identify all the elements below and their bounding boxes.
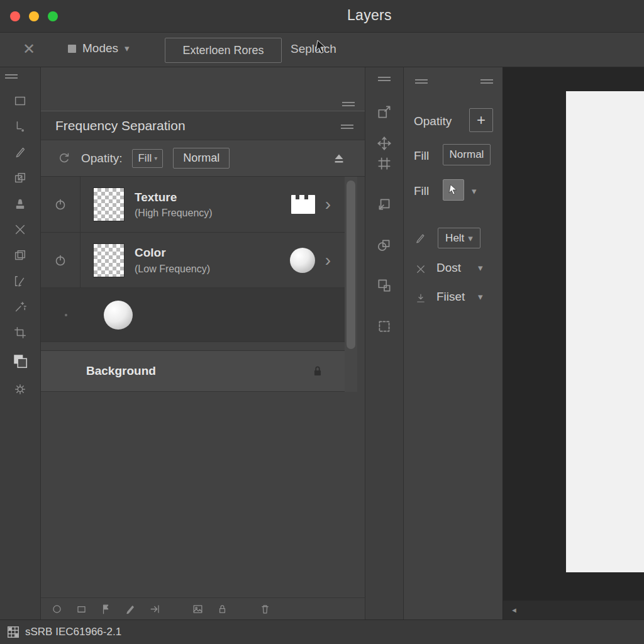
layer-row-background[interactable]: Background [41,351,345,392]
canvas-area[interactable]: ◄ [503,67,644,619]
crop-tool[interactable] [12,326,28,340]
panel-drag-handle-icon[interactable] [5,72,18,80]
blend-overlap-icon[interactable] [376,237,392,256]
settings-icon[interactable] [12,382,28,396]
zoom-window-button[interactable] [48,11,58,21]
opacity-label: Opatity [414,114,452,128]
search-text[interactable]: Sepluich [291,42,336,56]
modes-swatch-icon [68,45,76,53]
blend-mode-dropdown[interactable]: Normal [173,148,230,169]
layer-name: Color [135,244,210,262]
vertical-scrollbar-thumb[interactable] [347,180,355,349]
chevron-down-icon: ▾ [154,155,157,162]
export-arrow-icon[interactable] [148,603,162,615]
layer-visibility-toggle[interactable] [41,177,80,232]
document-page[interactable] [566,91,644,572]
path-edit-tool[interactable] [12,274,28,288]
fill-dropdown[interactable]: Fill ▾ [132,149,163,168]
lock-icon[interactable] [311,364,325,378]
delete-option-label[interactable]: Dost [436,261,461,275]
chevron-down-icon[interactable]: ▾ [478,262,483,274]
power-icon [53,197,68,212]
wand-tool[interactable] [12,300,28,314]
ellipse-icon[interactable] [50,603,64,615]
grid-icon [6,625,20,639]
layer-row-texture[interactable]: Texture (High Frequency) › [41,177,345,233]
close-icon[interactable]: ✕ [23,40,35,58]
panel-top-spacer [41,67,365,111]
panel-drag-handle-icon[interactable] [480,77,493,86]
lasso-tool[interactable] [12,119,28,133]
layer-meta: Texture (High Frequency) [135,189,213,221]
layer-sphere-thumbnail[interactable] [290,248,315,273]
exterloen-rores-button[interactable]: Exterloen Rores [165,38,282,63]
pen-icon[interactable] [123,603,137,615]
group-layers-icon[interactable] [376,277,392,296]
layer-visibility-toggle[interactable] [41,233,80,287]
panel-drag-handle-icon[interactable] [378,75,391,83]
layers-divider [41,342,345,351]
collapse-icon[interactable] [332,152,346,165]
minimize-window-button[interactable] [29,11,39,21]
brush-tool[interactable] [12,145,28,159]
layer-thumbnail[interactable] [93,243,125,277]
chevron-down-icon: ▾ [468,233,473,244]
layer-name: Background [86,364,156,378]
layer-row-empty[interactable] [41,288,345,342]
layer-subtitle: (High Frequency) [135,206,213,220]
modes-dropdown[interactable]: Modes ▾ [68,42,130,55]
lock-icon[interactable] [215,603,229,615]
chevron-right-icon[interactable]: › [325,252,331,269]
vertical-scrollbar-track[interactable] [345,177,357,392]
title-bar: Layers [0,0,644,33]
color-profile-label: sSRB IEC61966-2.1 [25,626,121,638]
sphere-thumbnail[interactable] [104,301,133,330]
chevron-down-icon[interactable]: ▾ [472,186,477,197]
panel-drag-handle-icon[interactable] [415,77,428,86]
cut-tool[interactable] [12,223,28,236]
refresh-icon[interactable] [57,152,71,165]
marquee-tool[interactable] [12,94,28,108]
power-icon [53,253,68,268]
color-swatches-icon[interactable] [12,352,28,370]
panel-menu-icon[interactable] [341,123,353,131]
cursor-icon [448,184,459,196]
copy-layers-tool[interactable] [12,248,28,262]
offset-option-label[interactable]: Fiiset [436,290,465,304]
bullet-dot [65,314,67,316]
panel-drag-handle-icon[interactable] [342,100,355,108]
panel-title: Frequency Separation [55,118,186,133]
close-window-button[interactable] [10,11,20,21]
tool-preview-button[interactable] [443,179,464,201]
export-layer-icon[interactable] [376,196,392,215]
modes-label: Modes [82,42,118,55]
fill-label: Fill [414,149,429,163]
properties-panel: Opatity + Fill Normal Fill ▾ Helt ▾ Dost… [404,67,503,619]
add-button[interactable]: + [469,108,493,132]
image-icon[interactable] [191,603,204,615]
clone-stamp-tool[interactable] [12,171,28,185]
scroll-left-arrow-icon[interactable]: ◄ [511,606,518,614]
delete-icon[interactable] [258,603,272,615]
flag-icon[interactable] [99,603,113,615]
healing-tool[interactable] [12,197,28,211]
horizontal-scrollbar[interactable]: ◄ [503,601,644,619]
chevron-right-icon[interactable]: › [325,196,331,213]
selection-marquee-icon[interactable] [376,318,392,337]
application-window: Layers ✕ Modes ▾ Exterloen Rores Sepluic… [0,0,644,644]
blend-mode-dropdown[interactable]: Normal [443,144,491,165]
layer-row-color[interactable]: Color (Low Frequency) › [41,233,345,288]
quick-actions-strip [365,67,404,619]
brush-icon [414,232,426,245]
layer-thumbnail[interactable] [93,187,125,221]
opacity-label: Opatity: [81,152,122,165]
grid-icon[interactable] [376,155,392,174]
move-icon[interactable] [376,135,392,154]
new-layer-icon[interactable] [376,104,392,123]
layer-mask-thumbnail[interactable] [291,195,315,214]
brush-option-dropdown[interactable]: Helt ▾ [438,228,480,248]
blend-mode-value: Normal [183,152,219,164]
rectangle-icon[interactable] [74,603,88,615]
panel-footer-toolbar [41,597,365,619]
chevron-down-icon[interactable]: ▾ [478,291,483,303]
